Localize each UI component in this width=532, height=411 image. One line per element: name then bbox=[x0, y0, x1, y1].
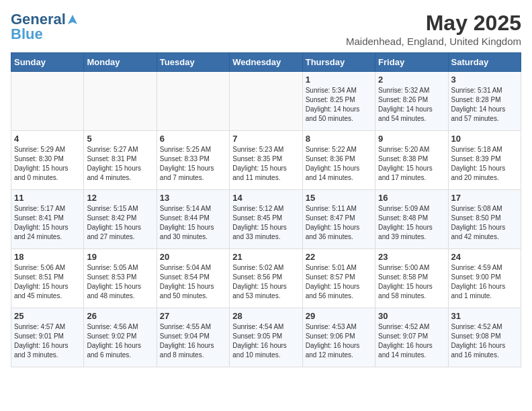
day-info: Sunrise: 5:06 AM Sunset: 8:51 PM Dayligh… bbox=[14, 263, 81, 301]
day-number: 27 bbox=[160, 311, 226, 321]
day-number: 29 bbox=[306, 311, 372, 321]
day-info: Sunrise: 5:01 AM Sunset: 8:57 PM Dayligh… bbox=[306, 263, 372, 301]
day-number: 1 bbox=[306, 75, 372, 85]
week-row-5: 25Sunrise: 4:57 AM Sunset: 9:01 PM Dayli… bbox=[11, 308, 521, 367]
day-info: Sunrise: 5:23 AM Sunset: 8:35 PM Dayligh… bbox=[232, 145, 299, 183]
day-info: Sunrise: 5:15 AM Sunset: 8:42 PM Dayligh… bbox=[87, 204, 153, 242]
day-cell: 22Sunrise: 5:01 AM Sunset: 8:57 PM Dayli… bbox=[302, 249, 375, 308]
header-tuesday: Tuesday bbox=[157, 53, 229, 72]
day-cell: 23Sunrise: 5:00 AM Sunset: 8:58 PM Dayli… bbox=[375, 249, 448, 308]
day-cell: 1Sunrise: 5:34 AM Sunset: 8:25 PM Daylig… bbox=[302, 72, 375, 131]
day-number: 10 bbox=[451, 134, 518, 144]
logo-blue: Blue bbox=[11, 26, 43, 43]
day-cell: 4Sunrise: 5:29 AM Sunset: 8:30 PM Daylig… bbox=[11, 131, 84, 190]
day-cell: 17Sunrise: 5:08 AM Sunset: 8:50 PM Dayli… bbox=[448, 190, 521, 249]
day-cell bbox=[157, 72, 229, 131]
logo: General Blue bbox=[11, 11, 79, 43]
day-number: 13 bbox=[160, 193, 226, 203]
day-cell: 5Sunrise: 5:27 AM Sunset: 8:31 PM Daylig… bbox=[84, 131, 157, 190]
logo-icon bbox=[66, 13, 79, 26]
day-cell: 6Sunrise: 5:25 AM Sunset: 8:33 PM Daylig… bbox=[157, 131, 229, 190]
day-cell: 21Sunrise: 5:02 AM Sunset: 8:56 PM Dayli… bbox=[230, 249, 302, 308]
title-block: May 2025 Maidenhead, England, United Kin… bbox=[346, 11, 521, 47]
day-cell: 16Sunrise: 5:09 AM Sunset: 8:48 PM Dayli… bbox=[375, 190, 448, 249]
day-number: 4 bbox=[14, 134, 81, 144]
day-number: 30 bbox=[378, 311, 445, 321]
day-number: 14 bbox=[232, 193, 299, 203]
day-info: Sunrise: 5:18 AM Sunset: 8:39 PM Dayligh… bbox=[451, 145, 518, 183]
day-cell: 28Sunrise: 4:54 AM Sunset: 9:05 PM Dayli… bbox=[230, 308, 302, 367]
day-cell: 27Sunrise: 4:55 AM Sunset: 9:04 PM Dayli… bbox=[157, 308, 229, 367]
day-cell: 24Sunrise: 4:59 AM Sunset: 9:00 PM Dayli… bbox=[448, 249, 521, 308]
day-info: Sunrise: 5:08 AM Sunset: 8:50 PM Dayligh… bbox=[451, 204, 518, 242]
day-number: 22 bbox=[306, 252, 372, 262]
day-cell: 11Sunrise: 5:17 AM Sunset: 8:41 PM Dayli… bbox=[11, 190, 84, 249]
day-cell: 13Sunrise: 5:14 AM Sunset: 8:44 PM Dayli… bbox=[157, 190, 229, 249]
day-cell: 3Sunrise: 5:31 AM Sunset: 8:28 PM Daylig… bbox=[448, 72, 521, 131]
day-info: Sunrise: 5:09 AM Sunset: 8:48 PM Dayligh… bbox=[378, 204, 445, 242]
header-friday: Friday bbox=[375, 53, 448, 72]
day-number: 21 bbox=[232, 252, 299, 262]
day-info: Sunrise: 5:04 AM Sunset: 8:54 PM Dayligh… bbox=[160, 263, 226, 301]
day-info: Sunrise: 4:54 AM Sunset: 9:05 PM Dayligh… bbox=[232, 322, 299, 360]
day-info: Sunrise: 5:29 AM Sunset: 8:30 PM Dayligh… bbox=[14, 145, 81, 183]
day-number: 9 bbox=[378, 134, 445, 144]
day-info: Sunrise: 5:27 AM Sunset: 8:31 PM Dayligh… bbox=[87, 145, 153, 183]
day-info: Sunrise: 5:11 AM Sunset: 8:47 PM Dayligh… bbox=[306, 204, 372, 242]
header-saturday: Saturday bbox=[448, 53, 521, 72]
day-info: Sunrise: 5:32 AM Sunset: 8:26 PM Dayligh… bbox=[378, 86, 445, 124]
header-wednesday: Wednesday bbox=[230, 53, 302, 72]
location: Maidenhead, England, United Kingdom bbox=[346, 36, 521, 47]
day-number: 18 bbox=[14, 252, 81, 262]
day-number: 11 bbox=[14, 193, 81, 203]
day-info: Sunrise: 4:52 AM Sunset: 9:07 PM Dayligh… bbox=[378, 322, 445, 360]
day-number: 15 bbox=[306, 193, 372, 203]
day-number: 8 bbox=[306, 134, 372, 144]
day-info: Sunrise: 4:52 AM Sunset: 9:08 PM Dayligh… bbox=[451, 322, 518, 360]
day-info: Sunrise: 5:22 AM Sunset: 8:36 PM Dayligh… bbox=[306, 145, 372, 183]
month-title: May 2025 bbox=[346, 11, 521, 36]
header-thursday: Thursday bbox=[302, 53, 375, 72]
day-number: 20 bbox=[160, 252, 226, 262]
day-cell: 10Sunrise: 5:18 AM Sunset: 8:39 PM Dayli… bbox=[448, 131, 521, 190]
day-number: 6 bbox=[160, 134, 226, 144]
day-cell: 19Sunrise: 5:05 AM Sunset: 8:53 PM Dayli… bbox=[84, 249, 157, 308]
day-number: 19 bbox=[87, 252, 153, 262]
day-info: Sunrise: 5:05 AM Sunset: 8:53 PM Dayligh… bbox=[87, 263, 153, 301]
day-cell: 18Sunrise: 5:06 AM Sunset: 8:51 PM Dayli… bbox=[11, 249, 84, 308]
day-cell: 7Sunrise: 5:23 AM Sunset: 8:35 PM Daylig… bbox=[230, 131, 302, 190]
day-info: Sunrise: 4:55 AM Sunset: 9:04 PM Dayligh… bbox=[160, 322, 226, 360]
week-row-1: 1Sunrise: 5:34 AM Sunset: 8:25 PM Daylig… bbox=[11, 72, 521, 131]
day-cell bbox=[11, 72, 84, 131]
day-info: Sunrise: 4:56 AM Sunset: 9:02 PM Dayligh… bbox=[87, 322, 153, 360]
day-cell: 26Sunrise: 4:56 AM Sunset: 9:02 PM Dayli… bbox=[84, 308, 157, 367]
day-cell bbox=[230, 72, 302, 131]
day-info: Sunrise: 5:34 AM Sunset: 8:25 PM Dayligh… bbox=[306, 86, 372, 124]
day-info: Sunrise: 5:20 AM Sunset: 8:38 PM Dayligh… bbox=[378, 145, 445, 183]
day-cell: 30Sunrise: 4:52 AM Sunset: 9:07 PM Dayli… bbox=[375, 308, 448, 367]
day-cell: 29Sunrise: 4:53 AM Sunset: 9:06 PM Dayli… bbox=[302, 308, 375, 367]
day-number: 16 bbox=[378, 193, 445, 203]
day-number: 3 bbox=[451, 75, 518, 85]
day-info: Sunrise: 5:14 AM Sunset: 8:44 PM Dayligh… bbox=[160, 204, 226, 242]
day-cell: 20Sunrise: 5:04 AM Sunset: 8:54 PM Dayli… bbox=[157, 249, 229, 308]
day-info: Sunrise: 4:59 AM Sunset: 9:00 PM Dayligh… bbox=[451, 263, 518, 301]
day-cell: 8Sunrise: 5:22 AM Sunset: 8:36 PM Daylig… bbox=[302, 131, 375, 190]
day-info: Sunrise: 5:02 AM Sunset: 8:56 PM Dayligh… bbox=[232, 263, 299, 301]
day-number: 28 bbox=[232, 311, 299, 321]
week-row-2: 4Sunrise: 5:29 AM Sunset: 8:30 PM Daylig… bbox=[11, 131, 521, 190]
day-cell bbox=[84, 72, 157, 131]
week-row-3: 11Sunrise: 5:17 AM Sunset: 8:41 PM Dayli… bbox=[11, 190, 521, 249]
header-monday: Monday bbox=[84, 53, 157, 72]
day-info: Sunrise: 5:25 AM Sunset: 8:33 PM Dayligh… bbox=[160, 145, 226, 183]
header-sunday: Sunday bbox=[11, 53, 84, 72]
day-cell: 12Sunrise: 5:15 AM Sunset: 8:42 PM Dayli… bbox=[84, 190, 157, 249]
day-number: 31 bbox=[451, 311, 518, 321]
day-info: Sunrise: 4:53 AM Sunset: 9:06 PM Dayligh… bbox=[306, 322, 372, 360]
day-number: 5 bbox=[87, 134, 153, 144]
calendar-header-row: SundayMondayTuesdayWednesdayThursdayFrid… bbox=[11, 53, 521, 72]
day-number: 25 bbox=[14, 311, 81, 321]
day-cell: 2Sunrise: 5:32 AM Sunset: 8:26 PM Daylig… bbox=[375, 72, 448, 131]
day-info: Sunrise: 5:12 AM Sunset: 8:45 PM Dayligh… bbox=[232, 204, 299, 242]
day-number: 7 bbox=[232, 134, 299, 144]
